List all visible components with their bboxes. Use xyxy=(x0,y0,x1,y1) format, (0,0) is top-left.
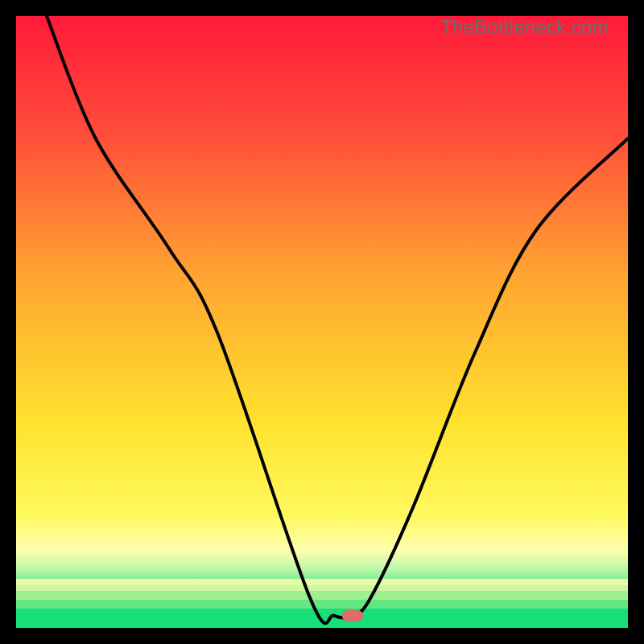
watermark: TheBottleneck.com xyxy=(440,16,609,39)
chart-frame: TheBottleneck.com xyxy=(0,0,644,644)
bottleneck-curve xyxy=(16,16,628,628)
plot-area: TheBottleneck.com xyxy=(16,16,628,628)
optimal-marker xyxy=(342,610,363,621)
